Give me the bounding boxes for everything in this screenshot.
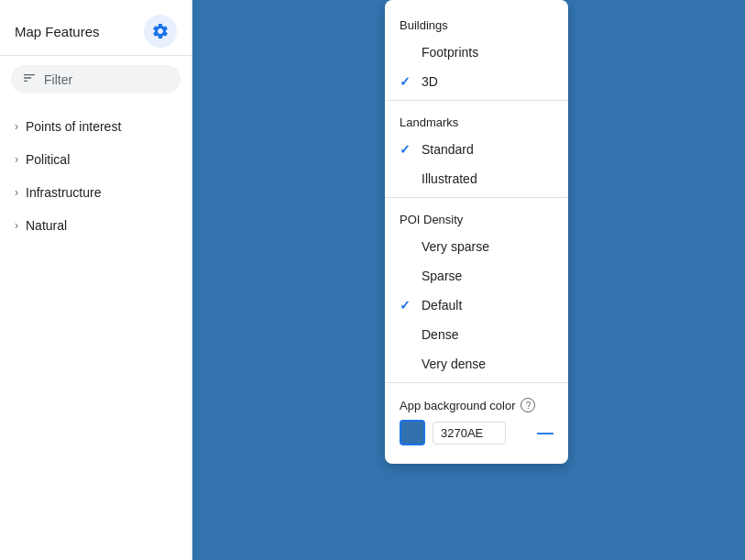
nav-item-label: Natural bbox=[26, 218, 67, 233]
sidebar-title: Map Features bbox=[15, 24, 100, 39]
filter-icon bbox=[22, 71, 37, 88]
divider-1 bbox=[385, 100, 568, 101]
menu-item-label: Very dense bbox=[422, 357, 486, 371]
buildings-section-label: Buildings bbox=[385, 7, 568, 38]
nav-list: › Points of interest › Political › Infra… bbox=[0, 103, 192, 249]
filter-lines-icon bbox=[22, 71, 37, 85]
app-bg-section: App background color ? — bbox=[385, 387, 568, 456]
menu-item-label: Footprints bbox=[422, 45, 478, 60]
menu-item-illustrated[interactable]: Illustrated bbox=[385, 164, 568, 193]
menu-item-standard[interactable]: Standard bbox=[385, 135, 568, 164]
poi-density-section-label: POI Density bbox=[385, 202, 568, 232]
chevron-right-icon: › bbox=[15, 219, 18, 232]
menu-item-label: Default bbox=[422, 298, 462, 313]
filter-bar[interactable]: Filter bbox=[11, 65, 181, 93]
menu-item-footprints[interactable]: Footprints bbox=[385, 38, 568, 67]
chevron-right-icon: › bbox=[15, 120, 18, 133]
sidebar: Map Features Filter › Points of interest… bbox=[0, 0, 192, 560]
gear-icon bbox=[151, 22, 170, 40]
menu-item-sparse[interactable]: Sparse bbox=[385, 261, 568, 291]
chevron-right-icon: › bbox=[15, 186, 18, 199]
menu-item-label: Sparse bbox=[422, 269, 462, 283]
app-bg-label: App background color bbox=[400, 399, 515, 412]
app-bg-label-row: App background color ? bbox=[400, 398, 553, 412]
map-area: Buildings Footprints 3D Landmarks Standa… bbox=[192, 0, 745, 560]
menu-item-label: Illustrated bbox=[422, 171, 477, 186]
nav-item-label: Points of interest bbox=[26, 119, 121, 134]
nav-item-infrastructure[interactable]: › Infrastructure bbox=[0, 176, 192, 209]
divider-2 bbox=[385, 197, 568, 198]
minus-button[interactable]: — bbox=[537, 424, 553, 441]
nav-item-label: Infrastructure bbox=[26, 185, 101, 200]
menu-item-very-dense[interactable]: Very dense bbox=[385, 349, 568, 379]
help-icon[interactable]: ? bbox=[520, 398, 535, 412]
filter-label: Filter bbox=[44, 72, 72, 87]
color-input-row: — bbox=[400, 420, 553, 445]
help-question-mark: ? bbox=[526, 401, 531, 411]
sidebar-header: Map Features bbox=[0, 0, 192, 56]
menu-item-label: Dense bbox=[422, 327, 458, 342]
menu-item-3d[interactable]: 3D bbox=[385, 67, 568, 96]
menu-item-label: 3D bbox=[422, 74, 438, 89]
menu-item-very-sparse[interactable]: Very sparse bbox=[385, 232, 568, 261]
chevron-right-icon: › bbox=[15, 153, 18, 166]
menu-item-label: Very sparse bbox=[422, 239, 489, 254]
nav-item-natural[interactable]: › Natural bbox=[0, 209, 192, 242]
menu-item-default[interactable]: Default bbox=[385, 291, 568, 320]
gear-button[interactable] bbox=[144, 15, 177, 48]
nav-item-poi[interactable]: › Points of interest bbox=[0, 110, 192, 143]
divider-3 bbox=[385, 382, 568, 383]
menu-item-dense[interactable]: Dense bbox=[385, 320, 568, 349]
menu-item-label: Standard bbox=[422, 142, 474, 157]
dropdown-menu: Buildings Footprints 3D Landmarks Standa… bbox=[385, 0, 568, 464]
color-swatch[interactable] bbox=[400, 420, 425, 445]
nav-item-label: Political bbox=[26, 152, 70, 167]
nav-item-political[interactable]: › Political bbox=[0, 143, 192, 176]
landmarks-section-label: Landmarks bbox=[385, 104, 568, 135]
color-value-input[interactable] bbox=[433, 422, 506, 445]
